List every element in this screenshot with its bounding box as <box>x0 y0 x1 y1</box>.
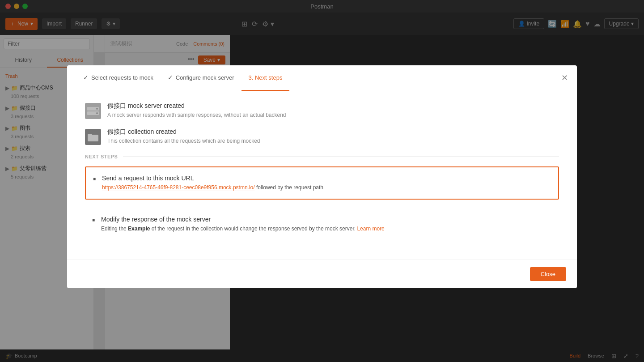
next-step-2-bold: Example <box>128 226 150 232</box>
check-icon-2: ✓ <box>168 74 173 81</box>
modal: ✓ Select requests to mock ✓ Configure mo… <box>67 65 577 288</box>
divider-line <box>123 156 559 157</box>
next-step-2-title: Modify the response of the mock server <box>101 216 552 223</box>
next-step-1-suffix: followed by the request path <box>255 184 323 191</box>
step-1[interactable]: ✓ Select requests to mock <box>76 65 161 91</box>
next-step-2-desc: Editing the Example of the request in th… <box>101 225 552 233</box>
modal-close-footer-button[interactable]: Close <box>530 267 566 281</box>
modal-header: ✓ Select requests to mock ✓ Configure mo… <box>67 65 577 91</box>
created-item-collection: 假接口 collection created This collection c… <box>85 128 559 145</box>
next-steps-label: NEXT STEPS <box>85 154 118 159</box>
check-icon-1: ✓ <box>83 74 89 81</box>
created-item-server-text: 假接口 mock server created A mock server re… <box>107 102 559 118</box>
created-item-server-title: 假接口 mock server created <box>107 102 559 110</box>
step-3[interactable]: 3. Next steps <box>242 65 290 91</box>
next-step-2-content: Modify the response of the mock server E… <box>101 216 552 233</box>
next-step-2-middle: of the request in the collection would c… <box>150 226 357 232</box>
next-step-2-prefix: Editing the <box>101 226 128 232</box>
created-item-collection-text: 假接口 collection created This collection c… <box>107 128 559 144</box>
learn-more-link[interactable]: Learn more <box>357 226 384 232</box>
folder-svg-icon <box>87 132 99 142</box>
folder-icon <box>85 129 101 145</box>
server-svg-icon <box>87 106 99 115</box>
created-item-collection-desc: This collection contains all the request… <box>107 138 559 144</box>
next-step-1: ■ Send a request to this mock URL https:… <box>85 166 559 200</box>
svg-point-3 <box>96 112 98 114</box>
next-step-1-content: Send a request to this mock URL https://… <box>102 175 551 192</box>
server-icon <box>85 103 101 119</box>
created-item-collection-title: 假接口 collection created <box>107 128 559 136</box>
bullet-1: ■ <box>93 176 96 181</box>
modal-body: 假接口 mock server created A mock server re… <box>67 91 577 260</box>
next-step-1-desc: https://38675214-4765-46f9-8281-ceec08e9… <box>102 183 551 192</box>
modal-footer: Close <box>67 260 577 288</box>
modal-close-button[interactable]: ✕ <box>561 74 568 82</box>
created-item-server-desc: A mock server responds with sample respo… <box>107 112 559 118</box>
svg-point-2 <box>96 108 98 110</box>
next-step-2: ■ Modify the response of the mock server… <box>85 209 559 240</box>
step-2[interactable]: ✓ Configure mock server <box>161 65 242 91</box>
next-step-1-title: Send a request to this mock URL <box>102 175 551 182</box>
created-item-server: 假接口 mock server created A mock server re… <box>85 102 559 119</box>
mock-url-link[interactable]: https://38675214-4765-46f9-8281-ceec08e9… <box>102 184 255 191</box>
bullet-2: ■ <box>92 217 95 222</box>
next-steps-divider: NEXT STEPS <box>85 154 559 159</box>
